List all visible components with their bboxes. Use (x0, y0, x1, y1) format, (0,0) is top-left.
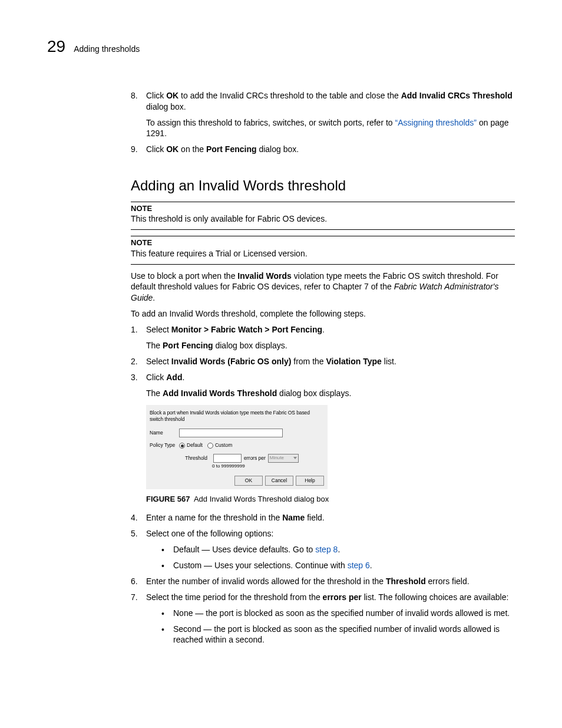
step-5: 5. Select one of the following options: … (131, 528, 515, 571)
divider (131, 202, 515, 202)
note-label: NOTE (131, 238, 515, 248)
step-3: 3. Click Add. The Add Invalid Words Thre… (131, 372, 515, 399)
step-7: 7. Select the time period for the thresh… (131, 592, 515, 646)
threshold-input[interactable] (213, 454, 242, 463)
divider (131, 236, 515, 236)
threshold-label: Threshold (178, 455, 211, 462)
section-heading: Adding an Invalid Words threshold (131, 176, 515, 195)
name-label: Name (150, 430, 179, 436)
step-6: 6. Enter the number of invalid words all… (131, 576, 515, 587)
chapter-number: 29 (47, 35, 65, 58)
bullet-custom: Custom — Uses your selections. Continue … (161, 560, 515, 571)
name-input[interactable] (179, 429, 283, 437)
figure-dialog-screenshot: Block a port when Invalid Words violatio… (146, 405, 515, 489)
note-text: This feature requires a Trial or License… (131, 248, 515, 259)
step-2: 2. Select Invalid Words (Fabric OS only)… (131, 356, 515, 367)
chapter-title: Adding thresholds (74, 44, 140, 55)
errors-per-label: errors per (244, 455, 266, 462)
help-button[interactable]: Help (296, 476, 324, 486)
radio-dot-icon (207, 443, 213, 449)
step-1: 1. Select Monitor > Fabric Watch > Port … (131, 324, 515, 351)
link-step-8[interactable]: step 8 (315, 545, 338, 554)
cancel-button[interactable]: Cancel (265, 476, 293, 486)
threshold-hint: 0 to 999999999 (212, 463, 324, 470)
step-8: 8. Click OK to add the Invalid CRCs thre… (131, 90, 515, 140)
figure-caption: FIGURE 567 Add Invalid Words Threshold d… (146, 494, 515, 505)
step-4: 4. Enter a name for the threshold in the… (131, 512, 515, 523)
radio-dot-icon (179, 443, 185, 449)
step-9: 9. Click OK on the Port Fencing dialog b… (131, 144, 515, 155)
chevron-down-icon (293, 457, 297, 459)
step-number: 8. (131, 90, 138, 101)
policy-type-label: Policy Type (150, 442, 179, 449)
ok-button[interactable]: OK (234, 476, 263, 486)
bullet-none: None — the port is blocked as soon as th… (161, 608, 515, 619)
page-header: 29 Adding thresholds (47, 35, 515, 58)
link-step-6[interactable]: step 6 (348, 561, 370, 570)
intro-paragraph: Use to block a port when the Invalid Wor… (131, 271, 515, 304)
radio-custom[interactable]: Custom (207, 442, 232, 449)
note-label: NOTE (131, 203, 515, 214)
radio-default[interactable]: Default (179, 442, 203, 449)
divider (131, 229, 515, 230)
bullet-default: Default — Uses device defaults. Go to st… (161, 544, 515, 555)
note-text: This threshold is only available for Fab… (131, 213, 515, 225)
step-number: 9. (131, 144, 138, 155)
link-assigning-thresholds[interactable]: “Assigning thresholds” (395, 118, 477, 127)
unit-select[interactable]: Minute (268, 454, 299, 463)
dialog-description: Block a port when Invalid Words violatio… (150, 410, 324, 423)
divider (131, 264, 515, 265)
intro-paragraph-2: To add an Invalid Words threshold, compl… (131, 308, 515, 319)
bullet-second: Second — the port is blocked as soon as … (161, 624, 515, 646)
